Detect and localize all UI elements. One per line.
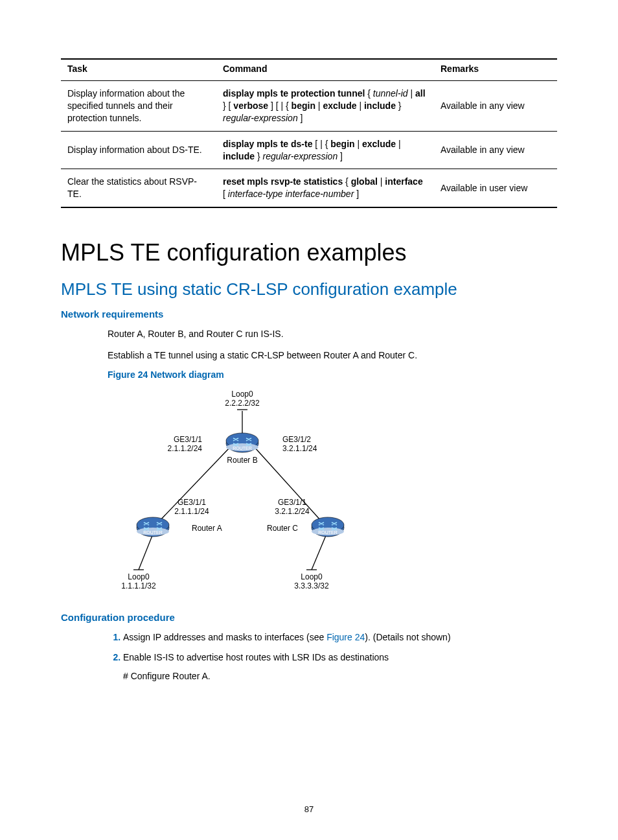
body-text: Router A, Router B, and Router C run IS-… (108, 327, 557, 340)
th-command: Command (216, 59, 434, 81)
router-c-icon (312, 517, 344, 537)
task-cell: Display information about DS-TE. (61, 131, 216, 169)
table-row: Clear the statistics about RSVP-TE. rese… (61, 169, 557, 207)
task-cell: Clear the statistics about RSVP-TE. (61, 169, 216, 207)
table-row: Display information about DS-TE. display… (61, 131, 557, 169)
remarks-cell: Available in any view (434, 81, 557, 132)
router-a-if: GE3/1/1 (177, 498, 206, 507)
figure-link[interactable]: Figure 24 (326, 632, 365, 642)
router-b-name: Router B (227, 456, 257, 465)
page-title: MPLS TE configuration examples (61, 239, 557, 266)
router-b-left-if: GE3/1/1 (174, 435, 202, 444)
router-b-loop: Loop0 (231, 390, 253, 399)
procedure-step: Assign IP addresses and masks to interfa… (123, 631, 557, 644)
command-table: Task Command Remarks Display information… (61, 58, 557, 208)
remarks-cell: Available in any view (434, 131, 557, 169)
subheading-configuration-procedure: Configuration procedure (61, 612, 557, 623)
step-text: Assign IP addresses and masks to interfa… (123, 632, 326, 642)
router-a-addr: 2.1.1.1/24 (174, 507, 209, 516)
router-b-loop-addr: 2.2.2.2/32 (225, 399, 260, 408)
router-b-left-addr: 2.1.1.2/24 (168, 444, 203, 453)
router-b-icon (226, 433, 258, 452)
step-text: ). (Details not shown) (365, 632, 450, 642)
router-a-loop-addr: 1.1.1.1/32 (121, 581, 156, 590)
table-row: Display information about the specified … (61, 81, 557, 132)
router-c-if: GE3/1/1 (278, 498, 306, 507)
page-number: 87 (0, 804, 618, 814)
router-a-loop: Loop0 (128, 572, 150, 581)
procedure-list: Assign IP addresses and masks to interfa… (108, 631, 557, 683)
router-c-name: Router C (267, 524, 298, 533)
body-text: Establish a TE tunnel using a static CR-… (108, 349, 557, 362)
router-c-loop-addr: 3.3.3.3/32 (294, 581, 329, 590)
network-diagram: ROUTER (108, 385, 557, 592)
step-subtext: # Configure Router A. (123, 670, 557, 683)
router-c-addr: 3.2.1.2/24 (275, 507, 310, 516)
command-cell: display mpls te ds-te [ | { begin | excl… (216, 131, 434, 169)
router-a-icon (137, 517, 169, 537)
router-c-loop: Loop0 (301, 572, 323, 581)
svg-line-8 (312, 534, 326, 570)
command-cell: reset mpls rsvp-te statistics { global |… (216, 169, 434, 207)
task-cell: Display information about the specified … (61, 81, 216, 132)
svg-line-7 (139, 534, 153, 570)
router-b-right-addr: 3.2.1.1/24 (282, 444, 317, 453)
step-text: Enable IS-IS to advertise host routes wi… (123, 652, 389, 662)
figure-caption: Figure 24 Network diagram (108, 369, 557, 380)
th-task: Task (61, 59, 216, 81)
section-heading: MPLS TE using static CR-LSP configuratio… (61, 279, 557, 299)
router-a-name: Router A (192, 524, 222, 533)
command-cell: display mpls te protection tunnel { tunn… (216, 81, 434, 132)
router-b-right-if: GE3/1/2 (282, 435, 311, 444)
procedure-step: Enable IS-IS to advertise host routes wi… (123, 651, 557, 683)
remarks-cell: Available in user view (434, 169, 557, 207)
th-remarks: Remarks (434, 59, 557, 81)
subheading-network-requirements: Network requirements (61, 309, 557, 320)
